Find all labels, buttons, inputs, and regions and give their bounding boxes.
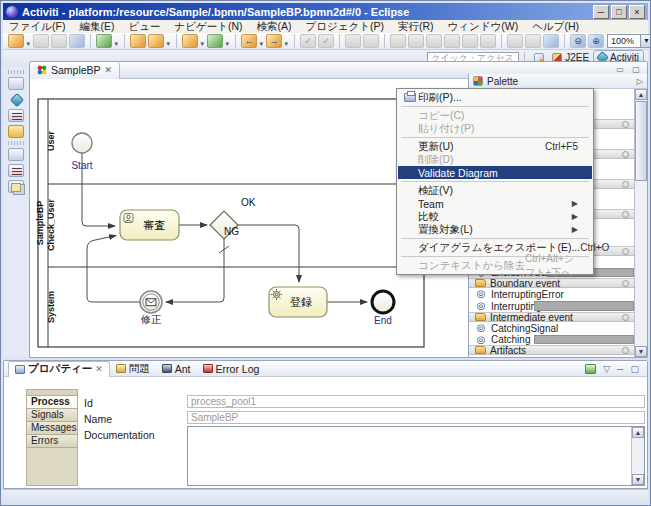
save-icon[interactable]: [33, 34, 49, 48]
palette-item-interruptingerror[interactable]: ◎ InterruptingError: [469, 288, 634, 300]
tab-properties[interactable]: プロパティー ✕: [8, 361, 110, 377]
menu-navigate[interactable]: ナビゲート(N): [174, 20, 242, 34]
zoom-level-combo[interactable]: 100% ▼: [607, 34, 651, 48]
copy-icon[interactable]: [345, 34, 361, 48]
drag-handle[interactable]: [8, 141, 24, 145]
palette-item-textannotation[interactable]: ⊏ TextAnnotation: [469, 355, 634, 357]
tab-problems[interactable]: 問題: [110, 361, 156, 377]
pin-icon[interactable]: [622, 347, 629, 354]
edit-wand-icon[interactable]: [148, 34, 164, 48]
editor-tab-samplebp[interactable]: SampleBP ✕: [30, 62, 120, 79]
close-view-icon[interactable]: ✕: [95, 364, 103, 374]
menu-item-print[interactable]: 印刷(P)...: [398, 91, 592, 104]
zoom-out-icon[interactable]: ⊖: [570, 34, 586, 48]
id-field[interactable]: [187, 395, 645, 408]
palette-group-artifacts[interactable]: Artifacts: [469, 345, 634, 355]
scroll-down-icon[interactable]: ▼: [635, 346, 647, 357]
minimize-view-icon[interactable]: ─: [617, 364, 623, 374]
debug-icon[interactable]: [207, 34, 223, 48]
verify-icon[interactable]: ✓: [300, 34, 316, 48]
print-icon[interactable]: [69, 34, 85, 48]
forward-arrow-icon[interactable]: →: [266, 34, 282, 48]
menu-item-team[interactable]: Team ▶: [398, 197, 592, 210]
activiti-view-icon[interactable]: [8, 93, 24, 106]
stacked-views-icon[interactable]: [8, 180, 24, 193]
align-left-icon[interactable]: [390, 34, 406, 48]
close-button[interactable]: ×: [629, 5, 645, 19]
palette-item-interrupting[interactable]: ◎ Interrupting: [469, 300, 634, 312]
align-right-icon[interactable]: [426, 34, 442, 48]
menu-item-validate-diagram[interactable]: Validate Diagram: [398, 166, 592, 179]
palette-group-intermediate-event[interactable]: Intermediate event: [469, 312, 634, 322]
back-arrow-icon[interactable]: ←: [241, 34, 257, 48]
documentation-field[interactable]: ▲ ▼: [187, 426, 645, 486]
menu-item-validate[interactable]: 検証(V): [398, 184, 592, 197]
new-wizard-icon[interactable]: [8, 34, 24, 48]
save-all-icon[interactable]: [51, 34, 67, 48]
build-icon[interactable]: ✓: [318, 34, 334, 48]
palette-header[interactable]: Palette ▷: [469, 74, 647, 89]
section-messages[interactable]: Messages: [27, 422, 77, 435]
pin-icon[interactable]: [622, 181, 629, 188]
paste-icon[interactable]: [363, 34, 379, 48]
menu-project[interactable]: プロジェクト(P): [305, 20, 383, 34]
open-folder-icon[interactable]: [130, 34, 146, 48]
menu-edit[interactable]: 編集(E): [79, 20, 114, 34]
process-view-icon[interactable]: [8, 164, 24, 177]
palette-group-boundary-event[interactable]: Boundary event: [469, 278, 634, 288]
pin-icon[interactable]: [622, 314, 629, 321]
section-errors[interactable]: Errors: [27, 435, 77, 448]
menu-file[interactable]: ファイル(F): [9, 20, 65, 34]
scroll-up-icon[interactable]: ▲: [632, 427, 644, 438]
pin-icon[interactable]: [622, 151, 629, 158]
close-tab-icon[interactable]: ✕: [105, 65, 113, 75]
tab-ant[interactable]: Ant: [156, 361, 197, 377]
new-view-icon[interactable]: [585, 364, 596, 374]
outline-view-icon[interactable]: [8, 109, 24, 122]
restore-view-icon-2[interactable]: [8, 148, 24, 161]
align-middle-icon[interactable]: [462, 34, 478, 48]
view-menu-icon[interactable]: ▽: [603, 364, 610, 374]
scroll-up-icon[interactable]: ▲: [635, 89, 647, 100]
pin-icon[interactable]: [622, 248, 629, 255]
menu-help[interactable]: ヘルプ(H): [532, 20, 579, 34]
section-signals[interactable]: Signals: [27, 409, 77, 422]
run-icon[interactable]: [182, 34, 198, 48]
scrollbar-thumb[interactable]: [635, 101, 647, 181]
pin-icon[interactable]: [622, 280, 629, 287]
drag-handle[interactable]: [8, 70, 24, 74]
new-activiti-model-icon[interactable]: [96, 34, 112, 48]
start-event[interactable]: [72, 133, 92, 153]
tab-error-log[interactable]: Error Log: [197, 361, 266, 377]
maximize-view-icon[interactable]: ▢: [630, 364, 639, 374]
pin-icon[interactable]: [622, 211, 629, 218]
screenshot-icon[interactable]: [543, 34, 559, 48]
menu-view[interactable]: ビュー: [128, 20, 160, 34]
pin-icon[interactable]: [622, 121, 629, 128]
menu-item-replace-with[interactable]: 置換対象(L) ▶: [398, 223, 592, 236]
palette-item-catching[interactable]: ◎ Catching: [469, 334, 634, 345]
collapse-palette-icon[interactable]: ▷: [637, 77, 643, 86]
menu-item-compare[interactable]: 比較 ▶: [398, 210, 592, 223]
maximize-button[interactable]: □: [611, 5, 627, 19]
same-width-icon[interactable]: [507, 34, 523, 48]
documentation-scrollbar[interactable]: ▲ ▼: [631, 427, 644, 485]
zoom-in-icon[interactable]: ⊕: [588, 34, 604, 48]
scroll-down-icon[interactable]: ▼: [632, 474, 644, 485]
name-field[interactable]: [187, 411, 645, 424]
menu-window[interactable]: ウィンドウ(W): [448, 20, 519, 34]
zoom-combo-arrow-icon[interactable]: ▼: [640, 35, 651, 47]
project-explorer-icon[interactable]: [8, 125, 24, 138]
end-event[interactable]: [372, 291, 394, 313]
palette-item-catchingsignal[interactable]: ◎ CatchingSignal: [469, 322, 634, 334]
menu-item-refresh[interactable]: 更新(U) Ctrl+F5: [398, 140, 592, 153]
restore-view-icon[interactable]: [8, 77, 24, 90]
menu-run[interactable]: 実行(R): [398, 20, 434, 34]
align-top-icon[interactable]: [444, 34, 460, 48]
menu-search[interactable]: 検索(A): [256, 20, 291, 34]
align-bottom-icon[interactable]: [480, 34, 496, 48]
align-center-icon[interactable]: [408, 34, 424, 48]
minimize-button[interactable]: ─: [593, 5, 609, 19]
same-height-icon[interactable]: [525, 34, 541, 48]
section-process[interactable]: Process: [27, 396, 77, 409]
